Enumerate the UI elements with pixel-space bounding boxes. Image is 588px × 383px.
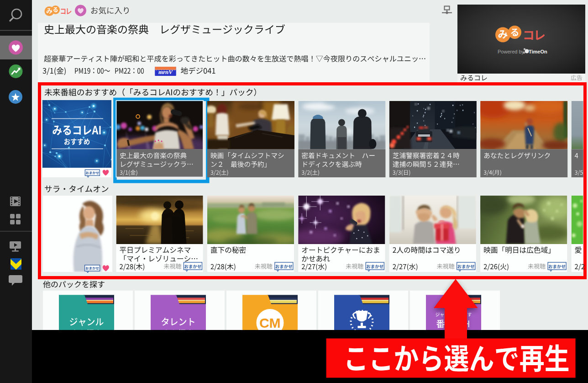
svg-text:Powered by: Powered by	[498, 49, 525, 54]
svg-text:TimeOn: TimeOn	[529, 49, 547, 54]
svg-text:mrnV: mrnV	[158, 69, 173, 75]
svg-text:CM: CM	[259, 315, 281, 330]
